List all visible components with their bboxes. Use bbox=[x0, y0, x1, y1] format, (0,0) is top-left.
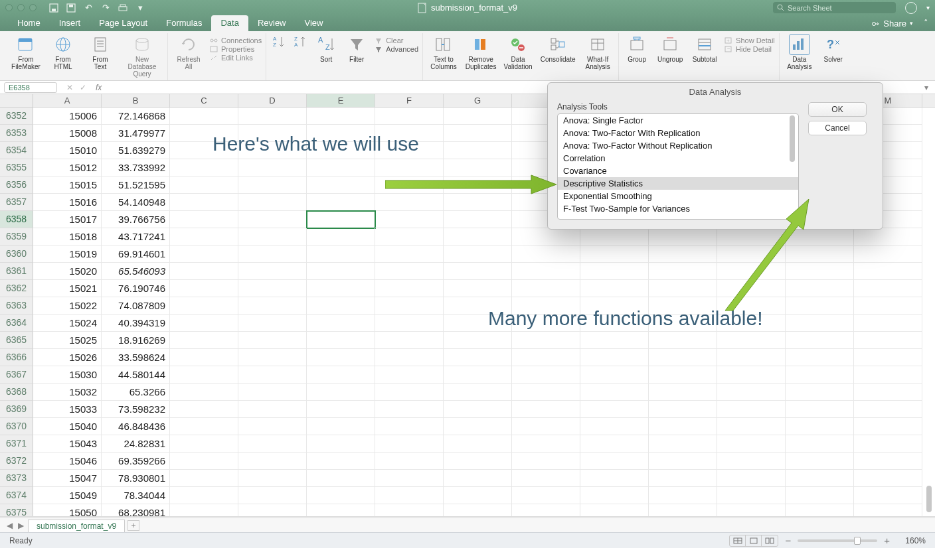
cell[interactable] bbox=[375, 384, 444, 401]
cell[interactable] bbox=[717, 470, 786, 487]
cell[interactable]: 65.3266 bbox=[102, 384, 170, 401]
zoom-in-button[interactable]: + bbox=[884, 535, 890, 546]
cell[interactable] bbox=[170, 194, 238, 211]
row-header[interactable]: 6373 bbox=[0, 470, 33, 487]
cell[interactable] bbox=[786, 332, 854, 349]
cell[interactable] bbox=[307, 349, 375, 366]
cell[interactable] bbox=[854, 487, 922, 504]
subtotal-button[interactable]: Subtotal bbox=[689, 35, 720, 63]
cell[interactable] bbox=[170, 263, 238, 280]
cell[interactable] bbox=[170, 349, 238, 366]
cell[interactable] bbox=[786, 384, 854, 401]
cell[interactable] bbox=[170, 487, 238, 504]
cell[interactable] bbox=[649, 384, 717, 401]
cell[interactable]: 15026 bbox=[33, 349, 102, 366]
vertical-scrollbar[interactable] bbox=[924, 109, 934, 515]
cell[interactable] bbox=[238, 228, 307, 245]
accept-formula-icon[interactable]: ✓ bbox=[80, 83, 86, 92]
cell[interactable] bbox=[580, 401, 649, 418]
cell[interactable] bbox=[854, 418, 922, 435]
cell[interactable] bbox=[307, 470, 375, 487]
list-item[interactable]: Covariance bbox=[558, 165, 798, 177]
ungroup-button[interactable]: Ungroup bbox=[655, 35, 685, 63]
tab-formulas[interactable]: Formulas bbox=[157, 15, 211, 31]
cell[interactable]: 15008 bbox=[33, 125, 102, 142]
cell[interactable] bbox=[717, 366, 786, 384]
cell[interactable] bbox=[375, 487, 444, 504]
cell[interactable] bbox=[307, 366, 375, 384]
cell[interactable] bbox=[307, 280, 375, 297]
list-item[interactable]: Anova: Two-Factor With Replication bbox=[558, 127, 798, 139]
cell[interactable] bbox=[375, 418, 444, 435]
cell[interactable] bbox=[444, 228, 512, 245]
cell[interactable]: 46.848436 bbox=[102, 418, 170, 435]
save-icon[interactable] bbox=[66, 3, 76, 13]
cell[interactable] bbox=[170, 211, 238, 228]
cell[interactable]: 51.639279 bbox=[102, 142, 170, 159]
horizontal-scrollbar[interactable] bbox=[0, 516, 935, 518]
row-header[interactable]: 6375 bbox=[0, 504, 33, 516]
cell[interactable] bbox=[717, 418, 786, 435]
cell[interactable] bbox=[238, 435, 307, 453]
undo-icon[interactable]: ↶ bbox=[83, 3, 94, 13]
cell[interactable] bbox=[170, 280, 238, 297]
cell[interactable] bbox=[649, 228, 717, 245]
cell[interactable] bbox=[786, 435, 854, 453]
consolidate-button[interactable]: Consolidate bbox=[539, 35, 577, 63]
cell[interactable] bbox=[512, 366, 580, 384]
cell[interactable]: 15025 bbox=[33, 332, 102, 349]
row-header[interactable]: 6363 bbox=[0, 297, 33, 315]
list-item[interactable]: Anova: Single Factor bbox=[558, 114, 798, 127]
cell[interactable] bbox=[717, 349, 786, 366]
cell[interactable] bbox=[170, 245, 238, 263]
cell[interactable] bbox=[854, 280, 922, 297]
row-header[interactable]: 6361 bbox=[0, 263, 33, 280]
cell[interactable] bbox=[786, 470, 854, 487]
cell[interactable] bbox=[717, 487, 786, 504]
row-header[interactable]: 6357 bbox=[0, 194, 33, 211]
cell[interactable] bbox=[170, 401, 238, 418]
cell[interactable] bbox=[717, 332, 786, 349]
cell[interactable] bbox=[238, 401, 307, 418]
cell[interactable]: 15016 bbox=[33, 194, 102, 211]
cell[interactable] bbox=[170, 384, 238, 401]
row-header[interactable]: 6352 bbox=[0, 107, 33, 125]
cell[interactable] bbox=[170, 107, 238, 125]
cell[interactable] bbox=[444, 332, 512, 349]
cell[interactable] bbox=[238, 159, 307, 176]
tab-view[interactable]: View bbox=[296, 15, 333, 31]
clear-filter-button[interactable]: Clear bbox=[374, 36, 403, 44]
cell[interactable]: 15022 bbox=[33, 297, 102, 315]
cell[interactable] bbox=[375, 107, 444, 125]
normal-view-button[interactable] bbox=[730, 535, 746, 546]
cell[interactable] bbox=[444, 401, 512, 418]
cell[interactable] bbox=[170, 418, 238, 435]
row-header[interactable]: 6370 bbox=[0, 418, 33, 435]
row-header[interactable]: 6358 bbox=[0, 211, 33, 228]
tab-review[interactable]: Review bbox=[248, 15, 296, 31]
row-header[interactable]: 6360 bbox=[0, 245, 33, 263]
cell[interactable] bbox=[649, 435, 717, 453]
show-detail-button[interactable]: +Show Detail bbox=[724, 36, 775, 44]
cell[interactable] bbox=[580, 366, 649, 384]
cell[interactable]: 69.914601 bbox=[102, 245, 170, 263]
cell[interactable]: 15030 bbox=[33, 366, 102, 384]
row-header[interactable]: 6367 bbox=[0, 366, 33, 384]
sort-button[interactable]: AZSort bbox=[313, 35, 339, 63]
cell[interactable] bbox=[444, 435, 512, 453]
remove-duplicates-button[interactable]: Remove Duplicates bbox=[464, 35, 497, 70]
cell[interactable] bbox=[307, 263, 375, 280]
from-html-button[interactable]: From HTML bbox=[46, 35, 80, 70]
cell[interactable] bbox=[307, 487, 375, 504]
tab-insert[interactable]: Insert bbox=[50, 15, 90, 31]
cell[interactable]: 15040 bbox=[33, 418, 102, 435]
cell[interactable] bbox=[238, 366, 307, 384]
cell[interactable] bbox=[170, 159, 238, 176]
cell[interactable] bbox=[786, 366, 854, 384]
cell[interactable]: 15024 bbox=[33, 315, 102, 332]
cell[interactable]: 24.82831 bbox=[102, 435, 170, 453]
cell[interactable] bbox=[307, 107, 375, 125]
cell[interactable] bbox=[238, 211, 307, 228]
cell[interactable] bbox=[854, 245, 922, 263]
cell[interactable]: 15006 bbox=[33, 107, 102, 125]
